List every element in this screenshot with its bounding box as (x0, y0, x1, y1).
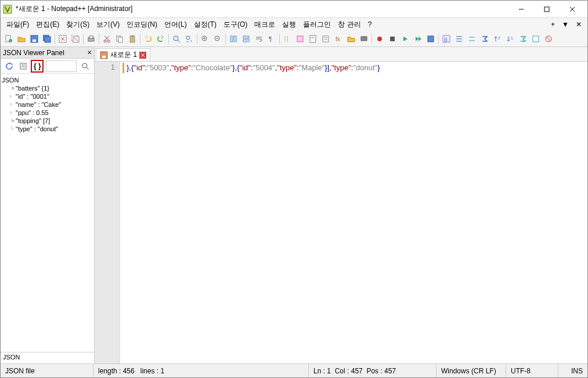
sync-v-icon[interactable] (228, 33, 239, 45)
json-tree-node[interactable]: ⊦"ppu" : 0.55 (2, 109, 93, 117)
json-tree-node[interactable]: >"batters" {1} (2, 84, 93, 92)
save-macro-icon[interactable] (425, 33, 437, 45)
status-length-lines: length : 456 lines : 1 (93, 364, 309, 377)
json-tree-node[interactable]: ⊦"id" : "0001" (2, 92, 93, 100)
toolbar-settings-icon[interactable] (543, 33, 554, 45)
menu-edit[interactable]: 편집(E) (33, 19, 63, 31)
app-window: *새로운 1 - Notepad++ [Administrator] 파일(F)… (0, 0, 588, 378)
menu-view[interactable]: 보기(V) (93, 19, 123, 31)
json-tree-node[interactable]: >"topping" [7] (2, 117, 93, 125)
copy-icon[interactable] (114, 33, 125, 45)
json-tree-node[interactable]: └"type" : "donut" (2, 125, 93, 133)
sort-desc-icon[interactable] (504, 33, 516, 45)
menu-encoding[interactable]: 인코딩(N) (123, 19, 161, 31)
line-number: 1 (95, 63, 115, 71)
json-refresh-icon[interactable] (3, 60, 16, 73)
redo-icon[interactable] (155, 33, 167, 45)
replace-icon[interactable] (183, 33, 195, 45)
paste-icon[interactable] (127, 33, 138, 45)
menu-search[interactable]: 찾기(S) (63, 19, 93, 31)
play-macro-icon[interactable] (399, 33, 411, 45)
menu-run[interactable]: 실행 (279, 19, 300, 31)
tab-close-icon[interactable] (139, 52, 146, 59)
record-macro-icon[interactable] (374, 33, 385, 45)
sync-h-icon[interactable] (240, 33, 252, 45)
menu-settings[interactable]: 설정(T) (190, 19, 220, 31)
editor-tab-bar: 새로운 1 (95, 47, 587, 61)
menu-help[interactable]: ? (365, 19, 376, 30)
indent-guide-icon[interactable] (282, 33, 293, 45)
svg-rect-38 (243, 39, 249, 42)
menu-language[interactable]: 언어(L) (161, 19, 190, 31)
status-encoding[interactable]: UTF-8 (506, 364, 558, 377)
json-tree-root[interactable]: JSON (2, 76, 93, 84)
open-file-icon[interactable] (16, 33, 27, 45)
maximize-button[interactable] (534, 1, 560, 17)
svg-point-72 (82, 63, 87, 68)
json-tree[interactable]: JSON >"batters" {1} ⊦"id" : "0001" ⊦"nam… (1, 74, 94, 352)
zoom-out-icon[interactable] (212, 33, 223, 45)
svg-point-29 (186, 36, 190, 39)
svg-text:{ }: { } (34, 62, 41, 70)
wrap-icon[interactable] (253, 33, 265, 45)
close-file-icon[interactable] (57, 33, 68, 45)
menu-plugins[interactable]: 플러그인 (300, 19, 334, 31)
doc-map-icon[interactable] (307, 33, 319, 45)
json-format-icon[interactable] (453, 33, 465, 45)
json-viewer-icon[interactable]: {} (441, 33, 452, 45)
show-all-chars-icon[interactable]: ¶ (266, 33, 277, 45)
status-pos: Pos : 457 (366, 367, 396, 375)
json-search-input[interactable] (46, 60, 77, 72)
menu-dropdown-button[interactable]: ▼ (558, 19, 572, 30)
undo-icon[interactable] (142, 33, 154, 45)
monitor-icon[interactable] (358, 33, 370, 45)
tab-label: 새로운 1 (110, 50, 137, 60)
status-ln: Ln : 1 (313, 367, 331, 375)
json-compress-icon[interactable] (466, 33, 478, 45)
stop-macro-icon[interactable] (387, 33, 398, 45)
menu-file[interactable]: 파일(F) (3, 19, 33, 31)
svg-rect-43 (310, 35, 316, 42)
new-file-icon[interactable] (3, 33, 15, 45)
code-line[interactable]: },{"id":"5003","type":"Chocolate"},{"id"… (122, 63, 587, 73)
close-all-icon[interactable] (70, 33, 81, 45)
function-list-icon[interactable]: fx (333, 33, 344, 45)
json-search-icon[interactable] (79, 60, 92, 73)
menu-window[interactable]: 창 관리 (334, 19, 364, 31)
sigma2-icon[interactable] (517, 33, 529, 45)
folder-workspace-icon[interactable] (345, 33, 357, 45)
json-tree-node[interactable]: ⊦"name" : "Cake" (2, 100, 93, 109)
code-area[interactable]: },{"id":"5003","type":"Chocolate"},{"id"… (120, 62, 587, 363)
json-panel-close-icon[interactable]: ✕ (87, 49, 92, 56)
save-all-icon[interactable] (41, 33, 53, 45)
json-validate-icon[interactable] (17, 60, 30, 73)
svg-text:fx: fx (336, 36, 340, 42)
menu-tools[interactable]: 도구(O) (220, 19, 251, 31)
menu-plus-button[interactable]: + (547, 19, 558, 30)
print-icon[interactable] (85, 33, 97, 45)
find-icon[interactable] (171, 33, 182, 45)
toolbar-extra-icon[interactable] (530, 33, 542, 45)
save-icon[interactable] (28, 33, 40, 45)
svg-line-21 (104, 36, 109, 40)
status-caret: Ln : 1 Col : 457 Pos : 457 (309, 364, 437, 377)
editor-tab[interactable]: 새로운 1 (96, 48, 150, 61)
play-multi-icon[interactable] (412, 33, 424, 45)
sigma-icon[interactable] (479, 33, 490, 45)
zoom-in-icon[interactable] (199, 33, 211, 45)
editor-body[interactable]: 1 },{"id":"5003","type":"Chocolate"},{"i… (95, 61, 587, 363)
status-eol[interactable]: Windows (CR LF) (437, 364, 506, 377)
cut-icon[interactable] (101, 33, 113, 45)
user-lang-icon[interactable] (294, 33, 306, 45)
tab-unsaved-icon (100, 51, 108, 59)
sort-asc-icon[interactable] (492, 33, 503, 45)
menu-close-button[interactable]: ✕ (572, 19, 585, 30)
json-format-button[interactable]: { } (31, 60, 44, 73)
minimize-button[interactable] (508, 1, 534, 17)
doc-list-icon[interactable] (320, 33, 331, 45)
close-button[interactable] (560, 1, 585, 17)
editor-area: 새로운 1 1 },{"id":"5003","type":"Chocolate… (95, 47, 587, 363)
status-insert-mode[interactable]: INS (558, 364, 587, 377)
menu-macro[interactable]: 매크로 (251, 19, 279, 31)
svg-rect-2 (544, 7, 549, 12)
